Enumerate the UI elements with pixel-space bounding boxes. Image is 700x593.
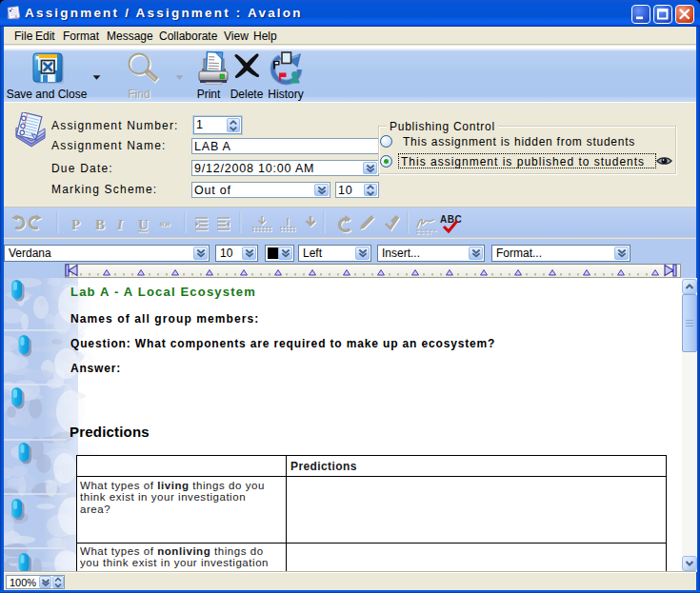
svg-text:ABC: ABC [440,214,462,225]
